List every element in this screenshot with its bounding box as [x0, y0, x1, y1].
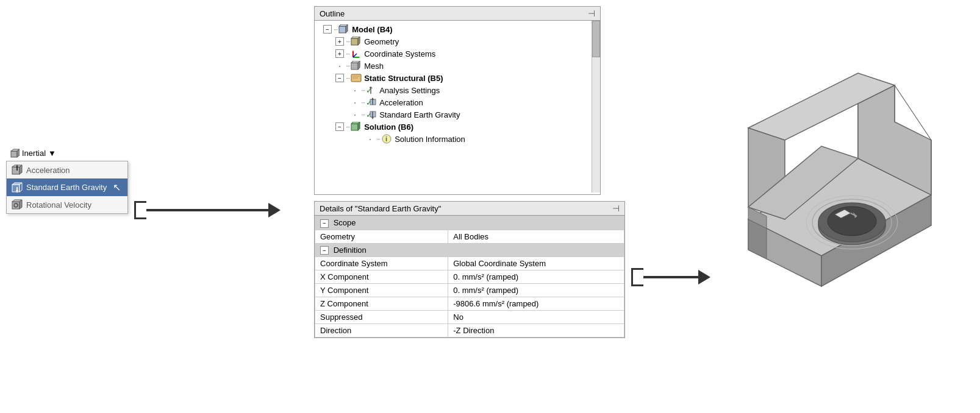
expand-geometry[interactable]: + [335, 37, 344, 46]
definition-collapse-btn[interactable]: − [320, 246, 329, 255]
geometry-row-value: All Bodies [448, 230, 624, 243]
details-title: Details of "Standard Earth Gravity" [320, 204, 441, 213]
details-row-geometry: Geometry All Bodies [315, 230, 624, 243]
arrow-shaft-2 [643, 276, 698, 278]
svg-point-68 [828, 206, 876, 236]
tree-item-model[interactable]: − ··· Model (B4) [315, 23, 600, 35]
outline-panel: Outline ⊣ − ··· Model (B4) + ··· [314, 6, 601, 195]
dropdown-item-standard-earth-gravity[interactable]: Standard Earth Gravity ↖ [7, 178, 127, 196]
model-label: Model (B4) [352, 25, 392, 34]
svg-marker-15 [20, 200, 22, 209]
svg-rect-50 [351, 124, 358, 130]
svg-rect-3 [12, 167, 20, 174]
x-component-value: 0. mm/s² (ramped) [448, 270, 624, 284]
standard-earth-gravity-tree-label: Standard Earth Gravity [379, 110, 460, 119]
svg-marker-10 [20, 183, 22, 192]
geometry-row-label: Geometry [315, 230, 448, 243]
tree-item-mesh[interactable]: · ··· Mesh [315, 60, 600, 72]
scope-header-label: Scope [334, 218, 356, 227]
inertial-label: Inertial [22, 149, 46, 158]
tree-item-static-structural[interactable]: − ··· Static Structural (B5) [315, 72, 600, 84]
solution-icon [351, 122, 362, 132]
dropdown-item-acceleration[interactable]: Acceleration [7, 161, 127, 178]
rotational-velocity-label: Rotational Velocity [26, 200, 91, 210]
details-pin-icon[interactable]: ⊣ [612, 203, 620, 213]
solution-label: Solution (B6) [364, 122, 413, 132]
svg-marker-19 [346, 24, 348, 33]
cursor-indicator: ↖ [113, 182, 121, 193]
svg-marker-2 [17, 149, 20, 157]
arrow-connector-box-1 [134, 201, 146, 219]
coordinate-systems-icon [351, 49, 362, 58]
standard-earth-gravity-label: Standard Earth Gravity [26, 183, 107, 192]
inertial-cube-icon [10, 148, 20, 158]
x-component-label: X Component [315, 270, 448, 284]
gravity-icon [12, 182, 23, 193]
details-row-suppressed: Suppressed No [315, 311, 624, 324]
solution-info-icon: i [381, 134, 392, 144]
static-structural-icon [351, 73, 362, 83]
outline-pin-icon[interactable]: ⊣ [588, 9, 595, 18]
3d-model-svg [699, 24, 962, 378]
expand-coord-sys[interactable]: + [335, 49, 344, 58]
scope-collapse-btn[interactable]: − [320, 219, 329, 228]
definition-header-row: − Definition [315, 243, 624, 257]
svg-text:i: i [385, 135, 387, 143]
definition-header-cell: − Definition [315, 243, 624, 257]
accel-tree-icon: ✓ [366, 97, 377, 107]
y-component-value: 0. mm/s² (ramped) [448, 284, 624, 297]
expand-solution[interactable]: − [335, 122, 344, 131]
arrow-details-to-model [631, 268, 710, 286]
details-panel: Details of "Standard Earth Gravity" ⊣ − … [314, 201, 625, 338]
details-table: − Scope Geometry All Bodies − Definition… [315, 216, 624, 337]
3d-model-area [699, 24, 962, 378]
tree-item-standard-earth-gravity[interactable]: · ··· ✓ Standard Earth Gravity [315, 108, 600, 121]
tree-item-solution-information[interactable]: · ··· i Solution Information [315, 133, 600, 145]
tree-item-acceleration[interactable]: · ··· ✓ Acceleration [315, 96, 600, 108]
analysis-settings-label: Analysis Settings [379, 86, 440, 95]
arrow-left-to-outline [134, 201, 281, 219]
svg-rect-13 [12, 202, 20, 209]
geometry-icon [351, 37, 362, 46]
outline-titlebar: Outline ⊣ [315, 7, 600, 21]
y-component-label: Y Component [315, 284, 448, 297]
z-component-label: Z Component [315, 297, 448, 311]
tree-item-analysis-settings[interactable]: · ··· ✓ Analysis Settings [315, 84, 600, 96]
outline-scrollbar-thumb[interactable] [592, 21, 600, 57]
arrow-shaft-1 [146, 209, 268, 211]
z-component-value: -9806.6 mm/s² (ramped) [448, 297, 624, 311]
mesh-label: Mesh [364, 62, 384, 71]
inertial-dropdown-panel: Inertial ▼ Acceleration Standard [6, 146, 128, 214]
suppressed-label: Suppressed [315, 311, 448, 324]
details-titlebar: Details of "Standard Earth Gravity" ⊣ [315, 202, 624, 216]
details-row-z-component: Z Component -9806.6 mm/s² (ramped) [315, 297, 624, 311]
arrow-connector-box-2 [631, 268, 643, 286]
details-row-x-component: X Component 0. mm/s² (ramped) [315, 270, 624, 284]
analysis-settings-icon: ✓ [366, 85, 377, 95]
acceleration-icon [12, 164, 23, 175]
inertial-dropdown-menu: Acceleration Standard Earth Gravity ↖ [6, 161, 128, 214]
tree-item-solution[interactable]: − ··· Solution (B6) [315, 121, 600, 133]
dropdown-item-rotational-velocity[interactable]: Rotational Velocity [7, 196, 127, 213]
svg-rect-17 [339, 26, 346, 33]
direction-label: Direction [315, 324, 448, 337]
svg-marker-52 [358, 122, 360, 130]
direction-value: -Z Direction [448, 324, 624, 337]
suppressed-value: No [448, 311, 624, 324]
expand-model[interactable]: − [323, 25, 332, 34]
svg-rect-0 [11, 151, 17, 157]
arrow-head-1 [268, 203, 281, 217]
inertial-button[interactable]: Inertial ▼ [6, 146, 128, 160]
acceleration-label: Acceleration [26, 166, 70, 175]
outline-title: Outline [320, 9, 345, 18]
solution-information-label: Solution Information [395, 135, 465, 144]
svg-rect-8 [12, 185, 20, 192]
mesh-icon [351, 61, 362, 71]
arrow-line-1 [146, 203, 281, 217]
tree-item-geometry[interactable]: + ··· Geometry [315, 35, 600, 48]
gravity-tree-icon: ✓ [366, 110, 377, 119]
expand-static-structural[interactable]: − [335, 74, 344, 82]
outline-scrollbar[interactable] [592, 21, 600, 192]
definition-header-label: Definition [334, 245, 367, 255]
tree-item-coordinate-systems[interactable]: + ··· Coordinate Systems [315, 48, 600, 60]
